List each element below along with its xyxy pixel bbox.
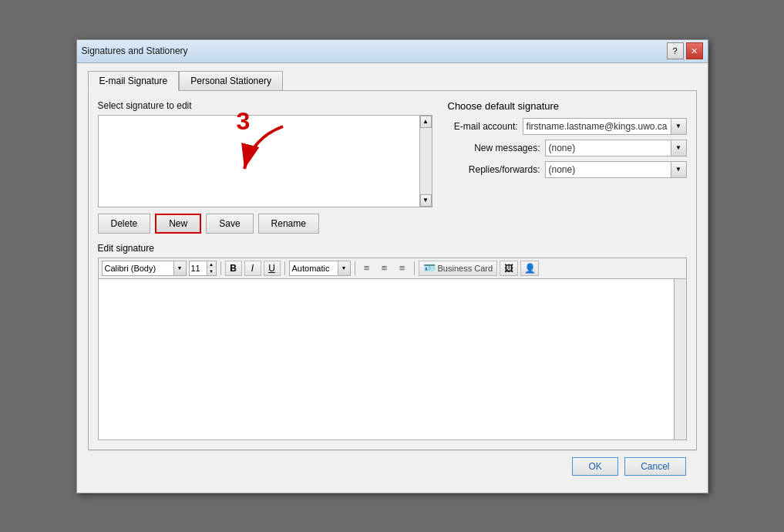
tab-bar: E-mail Signature Personal Stationery — [88, 71, 697, 91]
underline-button[interactable]: U — [264, 261, 281, 276]
top-section: Select signature to edit ▲ ▼ 3 — [98, 100, 687, 234]
new-messages-label: New messages: — [448, 143, 540, 153]
email-account-dropdown[interactable]: firstname.lastname@kings.uwo.ca ▼ — [523, 118, 687, 135]
align-right-button[interactable]: ≡ — [395, 261, 410, 276]
replies-forwards-dropdown[interactable]: (none) ▼ — [545, 161, 687, 178]
new-button[interactable]: New — [155, 214, 201, 234]
bold-button[interactable]: B — [225, 261, 242, 276]
business-card-label: Business Card — [438, 264, 493, 273]
close-button[interactable]: ✕ — [686, 42, 703, 59]
rename-button[interactable]: Rename — [258, 214, 319, 234]
sig-action-buttons: Delete New Save Rename — [98, 214, 432, 234]
replies-forwards-arrow[interactable]: ▼ — [671, 162, 686, 177]
font-family-value: Calibri (Body) — [103, 264, 173, 273]
sig-list-scrollbar[interactable]: ▲ ▼ — [419, 116, 432, 207]
select-sig-label: Select signature to edit — [98, 100, 432, 111]
font-size-dropdown[interactable]: 11 ▲ ▼ — [189, 261, 217, 276]
title-bar-buttons: ? ✕ — [667, 42, 703, 59]
insert-hyperlink-button[interactable]: 👤 — [520, 261, 539, 276]
replies-forwards-value: (none) — [546, 164, 671, 175]
ok-button[interactable]: OK — [572, 457, 618, 476]
cancel-button[interactable]: Cancel — [624, 457, 685, 476]
toolbar-separator-3 — [355, 261, 355, 275]
email-account-arrow[interactable]: ▼ — [671, 119, 686, 134]
font-color-arrow[interactable]: ▼ — [338, 261, 350, 275]
new-messages-arrow[interactable]: ▼ — [671, 140, 686, 156]
tab-personal-stationery[interactable]: Personal Stationery — [179, 71, 283, 91]
font-color-value: Automatic — [290, 264, 338, 273]
edit-sig-label: Edit signature — [98, 243, 687, 254]
help-button[interactable]: ? — [667, 42, 684, 59]
default-sig-title: Choose default signature — [448, 100, 687, 112]
new-messages-row: New messages: (none) ▼ — [448, 140, 687, 157]
email-account-row: E-mail account: firstname.lastname@kings… — [448, 118, 687, 135]
font-size-value: 11 — [190, 264, 207, 273]
scroll-down-arrow[interactable]: ▼ — [420, 194, 432, 207]
insert-picture-button[interactable]: 🖼 — [500, 261, 518, 276]
font-family-arrow[interactable]: ▼ — [173, 261, 186, 275]
dialog-body: E-mail Signature Personal Stationery Sel… — [77, 63, 708, 493]
sig-text-scrollbar[interactable] — [674, 279, 686, 439]
tab-personal-stationery-label: Personal Stationery — [190, 76, 271, 86]
title-bar: Signatures and Stationery ? ✕ — [77, 40, 708, 63]
hyperlink-icon: 👤 — [524, 263, 536, 274]
email-account-value: firstname.lastname@kings.uwo.ca — [523, 121, 671, 132]
scroll-up-arrow[interactable]: ▲ — [420, 116, 432, 128]
font-size-spinner[interactable]: ▲ ▼ — [207, 261, 216, 275]
font-family-dropdown[interactable]: Calibri (Body) ▼ — [102, 261, 187, 276]
email-account-label: E-mail account: — [448, 121, 518, 132]
align-left-button[interactable]: ≡ — [359, 261, 375, 276]
font-size-down[interactable]: ▼ — [207, 268, 216, 275]
signature-text-area[interactable] — [98, 278, 687, 440]
formatting-toolbar: Calibri (Body) ▼ 11 ▲ ▼ B — [98, 258, 687, 278]
tab-panel: Select signature to edit ▲ ▼ 3 — [88, 90, 697, 450]
font-size-up[interactable]: ▲ — [207, 261, 216, 268]
font-color-dropdown[interactable]: Automatic ▼ — [289, 261, 351, 276]
tab-email-signature-label: E-mail Signature — [99, 76, 168, 86]
new-messages-value: (none) — [546, 143, 671, 153]
delete-button[interactable]: Delete — [98, 214, 151, 234]
toolbar-separator-1 — [220, 261, 221, 275]
picture-icon: 🖼 — [504, 263, 513, 274]
replies-forwards-row: Replies/forwards: (none) ▼ — [448, 161, 687, 178]
business-card-icon: 🪪 — [423, 262, 436, 274]
toolbar-separator-2 — [284, 261, 285, 275]
signature-list[interactable]: ▲ ▼ — [98, 115, 432, 207]
edit-sig-section: Edit signature Calibri (Body) ▼ 11 ▲ ▼ — [98, 243, 687, 440]
dialog-footer: OK Cancel — [88, 450, 697, 482]
replies-forwards-label: Replies/forwards: — [448, 164, 540, 175]
italic-button[interactable]: I — [244, 261, 261, 276]
business-card-button[interactable]: 🪪 Business Card — [419, 261, 498, 276]
select-sig-section: Select signature to edit ▲ ▼ 3 — [98, 100, 432, 234]
tab-email-signature[interactable]: E-mail Signature — [88, 71, 180, 91]
save-button[interactable]: Save — [206, 214, 253, 234]
signatures-dialog: Signatures and Stationery ? ✕ E-mail Sig… — [76, 39, 708, 493]
dialog-title: Signatures and Stationery — [82, 45, 188, 56]
default-sig-section: Choose default signature E-mail account:… — [448, 100, 687, 234]
new-messages-dropdown[interactable]: (none) ▼ — [545, 140, 687, 157]
align-center-button[interactable]: ≡ — [377, 261, 392, 276]
toolbar-separator-4 — [414, 261, 415, 275]
